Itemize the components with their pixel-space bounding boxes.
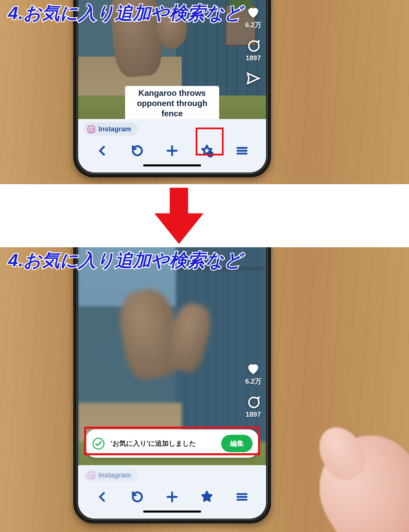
menu-button[interactable]: [233, 142, 251, 160]
reload-button[interactable]: [128, 488, 146, 506]
browser-chrome: Instagram: [78, 465, 266, 519]
like-count: 6.2万: [245, 20, 261, 30]
phone-screen: 6.2万 1897 'お気に入り'に追加しました 編集 I: [78, 247, 266, 519]
browser-chrome: Instagram: [78, 119, 266, 173]
browser-toolbar: [84, 136, 261, 162]
social-actions: 6.2万 1897: [245, 361, 261, 427]
plus-icon: [165, 490, 179, 504]
like-button[interactable]: 6.2万: [245, 361, 261, 386]
comment-icon: [246, 39, 261, 54]
add-button[interactable]: [163, 142, 181, 160]
reload-button[interactable]: [128, 142, 146, 160]
transition-band: [0, 184, 409, 247]
hamburger-icon: [235, 144, 249, 158]
plus-icon: [165, 144, 179, 158]
comment-button[interactable]: 1897: [245, 39, 261, 62]
highlight-favorite-button: [196, 128, 224, 156]
comment-count: 1897: [245, 411, 261, 418]
chevron-left-icon: [95, 490, 109, 504]
back-button[interactable]: [93, 142, 111, 160]
social-actions: 6.2万 1897: [245, 5, 261, 95]
star-filled-icon: [200, 490, 214, 504]
favorite-button[interactable]: [198, 488, 216, 506]
home-indicator[interactable]: [143, 511, 201, 513]
phone-frame: 6.2万 1897 Kangaroo throws opponent throu…: [73, 0, 271, 177]
heart-icon: [246, 361, 261, 376]
like-button[interactable]: 6.2万: [245, 5, 261, 30]
url-chip[interactable]: Instagram: [84, 122, 138, 136]
down-arrow-icon: [153, 187, 204, 245]
highlight-toast: [84, 427, 260, 455]
hamburger-icon: [235, 490, 249, 504]
add-button[interactable]: [163, 488, 181, 506]
reload-icon: [131, 144, 144, 158]
video-caption: Kangaroo throws opponent through fence: [125, 86, 219, 121]
phone-frame: 6.2万 1897 'お気に入り'に追加しました 編集 I: [73, 247, 271, 523]
comment-icon: [246, 395, 261, 410]
heart-icon: [246, 5, 261, 20]
like-count: 6.2万: [245, 377, 261, 386]
back-button[interactable]: [93, 488, 111, 506]
browser-toolbar: [84, 482, 261, 508]
url-chip-label: Instagram: [99, 125, 131, 133]
share-button[interactable]: [245, 71, 261, 86]
share-icon: [246, 71, 261, 86]
home-indicator[interactable]: [143, 164, 201, 166]
reload-icon: [131, 490, 144, 504]
menu-button[interactable]: [233, 488, 251, 506]
tutorial-step-before: 6.2万 1897 Kangaroo throws opponent throu…: [0, 0, 409, 184]
comment-count: 1897: [245, 54, 261, 62]
instagram-icon: [88, 125, 95, 133]
url-chip-label: Instagram: [99, 471, 131, 479]
url-chip[interactable]: Instagram: [84, 469, 138, 482]
chevron-left-icon: [95, 144, 109, 158]
step-heading: 4.お気に入り追加や検索など: [8, 1, 242, 25]
phone-screen: 6.2万 1897 Kangaroo throws opponent throu…: [78, 0, 266, 173]
instagram-icon: [88, 472, 95, 479]
comment-button[interactable]: 1897: [245, 395, 261, 418]
tutorial-step-after: 6.2万 1897 'お気に入り'に追加しました 編集 I: [0, 247, 409, 532]
step-heading: 4.お気に入り追加や検索など: [8, 249, 242, 272]
